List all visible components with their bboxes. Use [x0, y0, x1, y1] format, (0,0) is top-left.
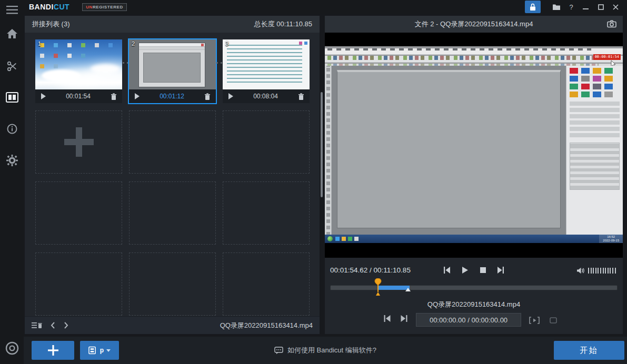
empty-clip-slot [129, 110, 216, 174]
next-page-button[interactable] [64, 322, 68, 329]
segment-end-marker[interactable] [405, 288, 411, 291]
recording-timer-overlay: 00:00:01:54 [593, 54, 621, 60]
titlebar: BANDICUT UNREGISTERED ? [24, 0, 627, 14]
bandicut-logo: BANDICUT [29, 3, 69, 11]
stop-button[interactable] [477, 265, 488, 275]
playback-time-display: 00:01:54.62 / 00:11:10.85 [330, 266, 411, 274]
cut-mode-icon[interactable] [0, 59, 24, 74]
volume-level-bars[interactable] [588, 268, 616, 274]
thumbnail-art [227, 45, 302, 85]
play-segment-button[interactable] [527, 314, 542, 326]
minimize-icon [583, 4, 589, 10]
clip-delete-button[interactable] [111, 93, 117, 100]
clip-item-2-selected[interactable]: 2 00:01:12 [129, 39, 216, 103]
add-file-button[interactable] [32, 341, 74, 360]
segment-start-set-button[interactable] [383, 315, 391, 322]
clip-thumbnail-1[interactable]: 1 [35, 39, 122, 89]
minimize-button[interactable] [579, 0, 593, 14]
close-icon [613, 4, 619, 10]
maximize-button[interactable] [593, 0, 608, 14]
video-content-menubar [325, 48, 623, 55]
help-link-text: 如何使用 Bandicut 编辑软件? [287, 346, 376, 355]
segment-option-button[interactable] [546, 314, 561, 326]
thumbnail-art [143, 53, 201, 83]
clip-play-button[interactable] [134, 93, 140, 99]
splice-list-title: 拼接列表 (3) [32, 19, 70, 29]
clip-item-3[interactable]: 3 00:08:04 [223, 39, 310, 103]
chat-bubble-icon [274, 347, 283, 355]
empty-clip-slot [223, 181, 310, 245]
prev-page-button[interactable] [51, 322, 55, 329]
transport-controls [442, 265, 506, 275]
clip-delete-button[interactable] [298, 93, 304, 100]
fake-taskbar-icons [335, 237, 340, 241]
volume-control[interactable] [576, 267, 616, 274]
to-end-icon [400, 315, 408, 322]
clip-play-button[interactable] [41, 93, 46, 99]
badge-rest: REGISTERED [93, 5, 123, 9]
video-content-tray: 16:52 2022-09-15 [599, 235, 623, 243]
unregistered-badge: UNREGISTERED [82, 3, 127, 11]
license-lock-button[interactable] [525, 1, 541, 13]
clear-list-icon [32, 322, 42, 329]
help-glyph: ? [569, 3, 573, 11]
logo-accent: CUT [54, 3, 69, 11]
plus-icon [48, 345, 58, 356]
empty-clip-slot [223, 110, 310, 174]
video-content-canvas [332, 66, 566, 235]
fake-icons [327, 56, 599, 60]
clear-list-button[interactable] [32, 322, 42, 329]
skip-to-start-button[interactable] [442, 265, 452, 275]
splice-list-panel: 拼接列表 (3) 总长度 00:11:10.85 1 00:01:54 [25, 16, 320, 334]
help-button[interactable]: ? [564, 0, 579, 14]
clip-thumbnail-2[interactable]: 2 [129, 39, 216, 89]
clip-delete-button[interactable] [204, 93, 211, 100]
open-folder-button[interactable] [549, 0, 564, 14]
seek-bar[interactable] [330, 285, 618, 290]
film-format-icon [88, 346, 97, 355]
bandicut-window: BANDICUT UNREGISTERED ? 拼接列表 (3) 总长度 0 [0, 0, 627, 364]
video-viewport[interactable]: 00:00:01:54 [325, 33, 623, 258]
fake-text [327, 48, 591, 50]
fake-icons [570, 92, 620, 97]
output-format-button[interactable]: p [80, 341, 119, 360]
clip-thumbnail-3[interactable]: 3 [223, 39, 310, 89]
clip-item-1[interactable]: 1 00:01:54 [35, 39, 122, 103]
join-mode-icon[interactable] [0, 90, 24, 105]
clip-info-bar: 00:01:54 [35, 89, 122, 103]
thumbnail-art [42, 69, 81, 82]
video-content-toolcolumn [325, 66, 332, 235]
preview-title: 文件 2 - QQ录屏20220915163414.mp4 [415, 19, 533, 29]
splice-list-scrollbar[interactable] [321, 92, 323, 197]
hamburger-menu-icon[interactable] [0, 3, 24, 17]
segment-time-display[interactable]: 00:00:00.00 / 00:00:00.00 [416, 313, 521, 327]
clip-play-button[interactable] [228, 93, 233, 99]
badge-un: UN [86, 5, 93, 9]
segment-box-icon [549, 317, 558, 324]
playhead-marker[interactable] [374, 278, 382, 296]
clip-index-badge: 3 [225, 41, 228, 47]
fake-list [570, 102, 620, 138]
fake-icons [570, 76, 620, 82]
info-icon[interactable] [0, 122, 24, 136]
snapshot-button[interactable] [607, 20, 616, 28]
preview-filename: QQ录屏20220915163414.mp4 [325, 300, 623, 309]
home-icon[interactable] [0, 26, 24, 41]
bottom-bar: 如何使用 Bandicut 编辑软件? p 开始 [24, 337, 627, 364]
tray-date: 2022-09-15 [603, 239, 619, 242]
clip-connector [216, 62, 222, 64]
fake-start-orb [327, 236, 333, 241]
start-button[interactable]: 开始 [554, 341, 624, 360]
settings-gear-icon[interactable] [0, 153, 24, 168]
play-button[interactable] [460, 265, 470, 275]
segment-end-set-button[interactable] [400, 315, 408, 322]
add-clip-slot[interactable] [35, 110, 122, 174]
format-label: p [100, 347, 104, 354]
folder-icon [552, 4, 561, 11]
close-button[interactable] [608, 0, 623, 14]
record-button[interactable] [0, 341, 24, 356]
fake-icons [570, 68, 620, 74]
clip-info-bar: 00:08:04 [223, 89, 310, 103]
to-start-icon [383, 315, 391, 322]
skip-to-end-button[interactable] [495, 265, 506, 275]
